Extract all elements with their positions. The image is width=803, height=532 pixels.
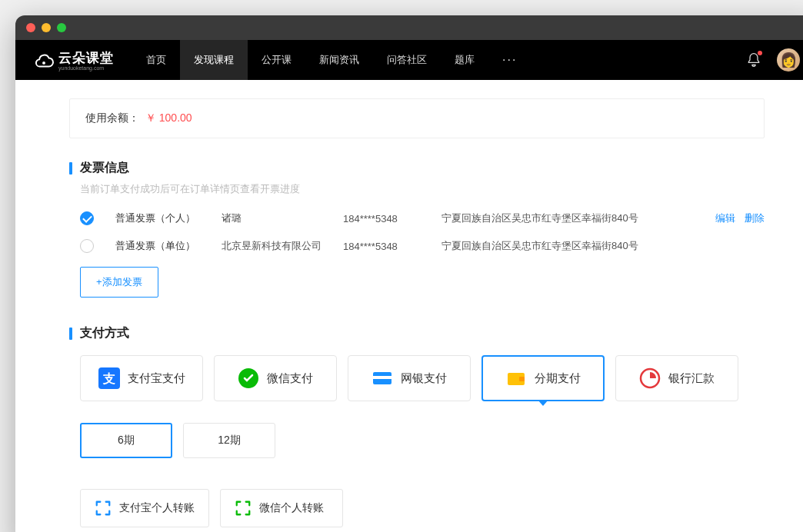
invoice-phone: 184****5348 [343,213,420,224]
app-window: 云朵课堂 yunduoketang.com 首页 发现课程 公开课 新闻资讯 问… [15,15,803,532]
balance-value: ￥ 100.00 [145,111,192,124]
pay-label: 分期支付 [535,371,581,386]
invoice-name: 北京昱新科技有限公司 [222,239,322,253]
window-close-dot[interactable] [26,23,35,32]
nav-open-class[interactable]: 公开课 [248,40,305,80]
pay-option-bank[interactable]: 网银支付 [348,355,471,401]
pay-label: 银行汇款 [668,371,715,386]
balance-bar: 使用余额： ￥ 100.00 [69,98,765,138]
window-max-dot[interactable] [57,23,66,32]
wallet-icon [505,367,527,389]
transfer-options: 支付宝个人转账 微信个人转账 [80,489,765,527]
invoice-radio-selected[interactable] [80,211,94,225]
invoice-type: 普通发票（单位） [115,239,200,253]
svg-rect-5 [373,376,392,379]
svg-text:支: 支 [102,372,115,385]
window-titlebar [15,15,803,40]
pay-label: 微信支付 [267,371,313,386]
pay-option-wechat[interactable]: 微信支付 [214,355,337,401]
brand-logo[interactable]: 云朵课堂 yunduoketang.com [34,49,114,71]
cloud-icon [34,50,54,70]
invoice-type: 普通发票（个人） [115,211,200,225]
invoice-phone: 184****5348 [343,241,420,252]
invoice-section-title: 发票信息 [69,160,765,176]
scan-icon [235,500,252,517]
window-min-dot[interactable] [42,23,51,32]
invoice-address: 宁夏回族自治区吴忠市红寺堡区幸福街840号 [441,211,694,225]
add-invoice-button[interactable]: +添加发票 [80,267,158,298]
invoice-section-subtitle: 当前订单支付成功后可在订单详情页查看开票进度 [80,182,765,196]
pay-option-remit[interactable]: 银行汇款 [615,355,738,401]
wechat-icon [238,367,259,389]
installment-periods: 6期 12期 [80,423,765,458]
nav-qa[interactable]: 问答社区 [373,40,441,80]
period-6[interactable]: 6期 [80,423,172,458]
main-nav: 首页 发现课程 公开课 新闻资讯 问答社区 题库 ··· [132,40,531,80]
nav-news[interactable]: 新闻资讯 [305,40,373,80]
alipay-icon: 支 [98,367,120,389]
notification-dot [758,51,762,55]
period-12[interactable]: 12期 [183,423,275,458]
pay-option-alipay[interactable]: 支 支付宝支付 [80,355,203,401]
topbar-right: 👩 [746,48,800,71]
bank-card-icon [372,367,393,389]
transfer-wechat[interactable]: 微信个人转账 [220,489,343,527]
invoice-address: 宁夏回族自治区吴忠市红寺堡区幸福街840号 [441,239,765,253]
transfer-label: 微信个人转账 [259,501,324,515]
invoice-name: 诸璐 [222,211,322,225]
nav-home[interactable]: 首页 [132,40,180,80]
invoice-actions: 编辑 删除 [715,211,765,225]
invoice-row-company[interactable]: 普通发票（单位） 北京昱新科技有限公司 184****5348 宁夏回族自治区吴… [80,239,765,253]
svg-rect-7 [519,377,525,381]
invoice-delete-link[interactable]: 删除 [745,211,765,225]
transfer-alipay[interactable]: 支付宝个人转账 [80,489,209,527]
balance-label: 使用余额： [85,111,139,124]
invoice-radio[interactable] [80,239,94,253]
nav-discover[interactable]: 发现课程 [180,40,248,80]
pay-label: 支付宝支付 [128,371,185,386]
payment-options-grid: 支 支付宝支付 微信支付 网银支付 分期支付 银行汇款 [80,355,765,401]
invoice-edit-link[interactable]: 编辑 [715,211,735,225]
page-content: 使用余额： ￥ 100.00 发票信息 当前订单支付成功后可在订单详情页查看开票… [15,80,803,532]
svg-point-0 [42,62,45,65]
nav-more[interactable]: ··· [488,40,531,80]
notification-bell[interactable] [746,52,761,68]
remittance-icon [639,367,661,389]
payment-section-title: 支付方式 [69,325,765,341]
transfer-label: 支付宝个人转账 [119,501,195,515]
scan-icon [95,500,112,517]
pay-label: 网银支付 [401,371,447,386]
invoice-row-personal[interactable]: 普通发票（个人） 诸璐 184****5348 宁夏回族自治区吴忠市红寺堡区幸福… [80,211,765,225]
topbar: 云朵课堂 yunduoketang.com 首页 发现课程 公开课 新闻资讯 问… [15,40,803,80]
user-avatar[interactable]: 👩 [777,48,800,71]
nav-question-bank[interactable]: 题库 [441,40,488,80]
brand-name: 云朵课堂 [58,49,114,67]
pay-option-installment[interactable]: 分期支付 [481,355,605,401]
